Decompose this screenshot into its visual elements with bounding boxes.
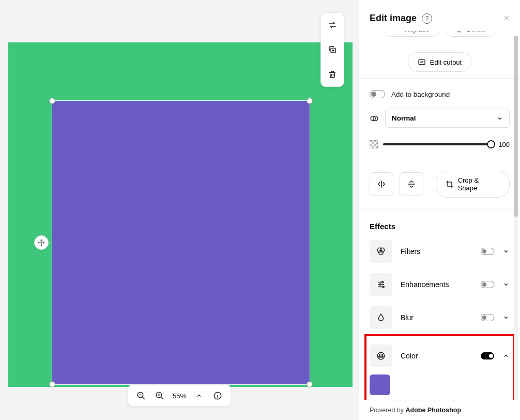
enhancements-icon: [370, 273, 392, 296]
blend-mode-row: Normal: [370, 103, 510, 133]
svg-point-18: [379, 250, 383, 254]
svg-rect-14: [376, 146, 378, 148]
svg-point-25: [380, 357, 381, 358]
close-panel-button[interactable]: ×: [503, 12, 510, 24]
svg-point-23: [379, 354, 380, 355]
svg-point-17: [380, 248, 384, 252]
blend-mode-icon: [370, 114, 379, 123]
edit-cutout-button[interactable]: Edit cutout: [408, 52, 471, 72]
opacity-row: 100: [370, 133, 510, 153]
svg-point-19: [382, 281, 384, 283]
move-handle[interactable]: [34, 235, 49, 250]
panel-footer: Powered by Adobe Photoshop: [359, 400, 520, 420]
zoom-menu-button[interactable]: [193, 390, 205, 401]
scrollbar-thumb[interactable]: [514, 36, 518, 217]
divider: [359, 209, 520, 209]
filters-icon: [370, 240, 392, 263]
svg-rect-13: [372, 146, 374, 148]
crop-shape-button[interactable]: Crop & Shape: [436, 171, 510, 198]
zoom-out-button[interactable]: [135, 390, 147, 401]
svg-rect-7: [370, 140, 372, 142]
color-row: Color: [370, 339, 510, 372]
flip-horizontal-icon: [377, 179, 386, 189]
help-icon[interactable]: ?: [422, 13, 432, 24]
floating-toolbar: [320, 12, 344, 87]
edit-cutout-row: Edit cutout: [370, 52, 510, 72]
opacity-icon: [370, 140, 378, 148]
blur-toggle[interactable]: [481, 314, 494, 321]
delete-button[interactable]: Delete: [446, 32, 496, 37]
delete-label: Delete: [467, 32, 486, 34]
move-handle-connector: [48, 243, 52, 243]
svg-rect-11: [370, 144, 372, 146]
resize-handle-bottom-left[interactable]: [49, 381, 55, 387]
opacity-value: 100: [496, 141, 510, 148]
blur-label: Blur: [401, 313, 472, 322]
edit-image-panel: Edit image ? × Replace Delete Edit cutou…: [359, 0, 520, 420]
svg-point-27: [382, 356, 383, 357]
replace-button[interactable]: Replace: [384, 32, 439, 37]
zoom-level-label: 55%: [173, 392, 186, 400]
flip-vertical-button[interactable]: [400, 172, 423, 196]
svg-rect-12: [374, 144, 376, 146]
panel-header: Edit image ? ×: [359, 0, 520, 32]
info-button[interactable]: [212, 390, 223, 401]
delete-icon[interactable]: [325, 67, 340, 82]
resize-handle-bottom-right[interactable]: [307, 381, 313, 387]
filters-expand[interactable]: [502, 248, 510, 254]
replace-arrow-icon: [393, 32, 401, 33]
zoom-in-button[interactable]: [154, 390, 165, 401]
crop-shape-label: Crop & Shape: [458, 176, 500, 192]
svg-rect-9: [372, 142, 374, 144]
divider: [359, 159, 520, 159]
add-to-background-row: Add to background: [370, 85, 510, 103]
add-to-background-label: Add to background: [391, 91, 450, 98]
crop-icon: [446, 180, 454, 188]
svg-rect-10: [376, 142, 378, 144]
panel-title: Edit image: [370, 13, 417, 24]
canvas-area: 55%: [0, 0, 359, 420]
blur-row: Blur: [370, 301, 510, 334]
resize-handle-top-left[interactable]: [49, 98, 55, 104]
svg-point-24: [382, 354, 383, 355]
resize-handle-top-right[interactable]: [307, 98, 313, 104]
blur-expand[interactable]: [502, 314, 510, 321]
divider: [359, 78, 520, 79]
chevron-down-icon: [497, 115, 503, 122]
replace-delete-row: Replace Delete: [370, 32, 510, 46]
opacity-slider[interactable]: [383, 143, 491, 145]
color-toggle[interactable]: [481, 352, 494, 359]
footer-brand: Adobe Photoshop: [405, 407, 461, 414]
cutout-icon: [418, 58, 426, 66]
duplicate-icon[interactable]: [325, 42, 340, 57]
color-icon: [370, 344, 392, 367]
panel-scroll-area: Replace Delete Edit cutout Add to backgr…: [359, 32, 520, 400]
swap-icon[interactable]: [325, 17, 340, 33]
flip-vertical-icon: [407, 179, 416, 189]
filters-row: Filters: [370, 235, 510, 268]
blend-mode-value: Normal: [392, 114, 416, 122]
svg-point-26: [379, 356, 380, 357]
enhancements-toggle[interactable]: [481, 281, 494, 288]
add-to-background-toggle[interactable]: [370, 90, 385, 98]
edit-cutout-label: Edit cutout: [430, 58, 462, 66]
blur-icon: [370, 306, 392, 329]
image-selection-frame[interactable]: [52, 100, 310, 385]
effects-section-title: Effects: [370, 216, 510, 235]
color-collapse[interactable]: [502, 353, 510, 359]
transform-row: Crop & Shape: [370, 166, 510, 203]
color-swatch[interactable]: [370, 374, 390, 395]
opacity-slider-knob[interactable]: [487, 140, 495, 148]
svg-rect-8: [374, 140, 376, 142]
enhancements-expand[interactable]: [502, 281, 510, 288]
enhancements-row: Enhancements: [370, 268, 510, 301]
blend-mode-select[interactable]: Normal: [385, 109, 510, 128]
filters-label: Filters: [401, 247, 472, 256]
footer-prefix: Powered by: [370, 407, 405, 414]
flip-horizontal-button[interactable]: [370, 172, 393, 196]
zoom-bar: 55%: [128, 385, 231, 407]
filters-toggle[interactable]: [481, 248, 494, 255]
svg-point-20: [379, 284, 381, 286]
color-section-highlight: Color: [364, 334, 515, 400]
trash-icon: [455, 32, 463, 33]
